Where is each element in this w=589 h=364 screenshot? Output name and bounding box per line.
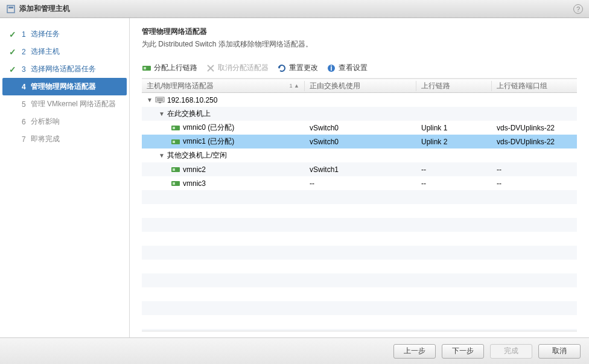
svg-rect-11 [157,100,163,101]
cell-uplink: Uplink 2 [416,138,492,146]
table-row[interactable]: ▼其他交换机上/空闲 [142,148,577,162]
cell-name: vmnic3 [142,179,305,188]
panel-title: 管理物理网络适配器 [142,27,577,37]
checkmark-icon: ✓ [8,30,17,39]
cell-portgroup: vds-DVUplinks-22 [492,138,577,146]
table-body: ▼192.168.10.250▼在此交换机上vmnic0 (已分配)vSwitc… [142,93,577,331]
step-label: 选择任务 [31,29,60,39]
unassign-label: 取消分配适配器 [218,63,269,73]
cancel-button[interactable]: 取消 [538,344,581,359]
table-row[interactable]: vmnic3------ [142,176,577,190]
cell-switch: vSwitch0 [305,138,416,146]
cell-name: ▼在此交换机上 [142,109,305,119]
table-row[interactable]: vmnic1 (已分配)vSwitch0Uplink 2vds-DVUplink… [142,135,577,148]
cell-name: vmnic2 [142,165,305,174]
cell-name: ▼192.168.10.250 [142,96,305,104]
dialog-title: 添加和管理主机 [19,4,70,14]
assign-icon [142,63,151,73]
column-header-host[interactable]: 主机/物理网络适配器 1 ▲ [142,81,305,91]
svg-rect-9 [156,97,164,102]
wizard-step-5: ✓5管理 VMkernel 网络适配器 [2,95,127,113]
table-row[interactable]: ▼在此交换机上 [142,107,577,121]
cell-switch: vSwitch0 [305,124,416,132]
reset-label: 重置更改 [289,63,318,73]
wizard-step-3[interactable]: ✓3选择网络适配器任务 [2,60,127,78]
nic-icon [171,165,180,174]
nic-icon [171,124,180,132]
assign-uplink-button[interactable]: 分配上行链路 [142,63,197,73]
unassign-button: 取消分配适配器 [206,63,269,73]
step-number: 1 [22,30,26,39]
svg-rect-18 [173,168,175,171]
help-icon[interactable]: ? [573,4,583,14]
cell-switch: -- [305,179,416,188]
checkmark-icon: ✓ [8,65,17,74]
titlebar-left: 添加和管理主机 [6,4,70,14]
row-label: 192.168.10.250 [167,96,217,104]
cell-name: vmnic0 (已分配) [142,123,305,133]
nic-icon [171,179,180,188]
step-label: 即将完成 [31,134,60,144]
row-label: vmnic3 [183,179,206,188]
row-label: 在此交换机上 [167,109,211,119]
row-label: 其他交换机上/空闲 [167,150,227,161]
footer: 上一步 下一步 完成 取消 [0,337,589,364]
finish-button: 完成 [490,344,532,359]
cell-switch: vSwitch1 [305,165,416,174]
column-header-uplink[interactable]: 上行链路 [416,81,492,91]
wizard-step-1[interactable]: ✓1选择任务 [2,25,127,43]
step-label: 选择网络适配器任务 [31,64,96,74]
column-header-host-label: 主机/物理网络适配器 [147,81,214,91]
wizard-step-6: ✓6分析影响 [2,113,127,130]
step-number: 7 [22,135,26,144]
unassign-icon [206,63,215,73]
row-label: vmnic1 (已分配) [183,136,234,147]
table-row[interactable]: vmnic0 (已分配)vSwitch0Uplink 1vds-DVUplink… [142,121,577,135]
step-number: 4 [22,83,26,91]
svg-rect-3 [144,67,146,69]
step-label: 管理物理网络适配器 [31,81,96,92]
step-number: 2 [22,48,26,56]
tree-toggle-icon[interactable]: ▼ [159,152,165,159]
titlebar: 添加和管理主机 ? [0,0,589,18]
svg-rect-0 [7,5,14,13]
host-icon [155,96,165,104]
tree-toggle-icon[interactable]: ▼ [159,110,165,117]
table-row[interactable]: ▼192.168.10.250 [142,93,577,107]
svg-rect-10 [157,98,163,100]
content-panel: 管理物理网络适配器 为此 Distributed Switch 添加或移除物理网… [130,18,589,337]
table-header: 主机/物理网络适配器 1 ▲ 正由交换机使用 上行链路 上行链路端口组 [142,78,577,93]
cell-uplink: -- [416,165,492,174]
reset-button[interactable]: 重置更改 [277,63,318,73]
next-button[interactable]: 下一步 [442,344,484,359]
checkmark-icon: ✓ [8,48,17,56]
cell-name: ▼其他交换机上/空闲 [142,150,305,161]
step-label: 分析影响 [31,117,60,127]
row-label: vmnic0 (已分配) [183,123,234,133]
assign-uplink-label: 分配上行链路 [154,63,197,73]
wizard-step-4: ✓4管理物理网络适配器 [2,78,127,95]
tree-toggle-icon[interactable]: ▼ [147,97,153,103]
cell-uplink: Uplink 1 [416,124,492,132]
wizard-step-7: ✓7即将完成 [2,130,127,148]
step-number: 5 [22,100,26,109]
view-settings-label: 查看设置 [339,63,368,73]
wizard-sidebar: ✓1选择任务✓2选择主机✓3选择网络适配器任务✓4管理物理网络适配器✓5管理 V… [0,18,130,337]
svg-rect-16 [173,141,175,143]
cell-uplink: -- [416,179,492,188]
cell-portgroup: vds-DVUplinks-22 [492,124,577,132]
svg-rect-14 [173,127,175,129]
table-row[interactable]: vmnic2vSwitch1---- [142,162,577,176]
svg-rect-1 [8,7,13,8]
svg-text:i: i [330,64,332,72]
back-button[interactable]: 上一步 [393,344,436,359]
column-header-used-by[interactable]: 正由交换机使用 [305,81,416,91]
column-header-portgroup[interactable]: 上行链路端口组 [492,81,577,91]
wizard-icon [6,4,16,14]
main-area: ✓1选择任务✓2选择主机✓3选择网络适配器任务✓4管理物理网络适配器✓5管理 V… [0,18,589,337]
cell-name: vmnic1 (已分配) [142,136,305,147]
view-settings-button[interactable]: i 查看设置 [326,63,368,73]
step-label: 选择主机 [31,46,60,57]
wizard-step-2[interactable]: ✓2选择主机 [2,43,127,60]
cell-portgroup: -- [492,179,577,188]
